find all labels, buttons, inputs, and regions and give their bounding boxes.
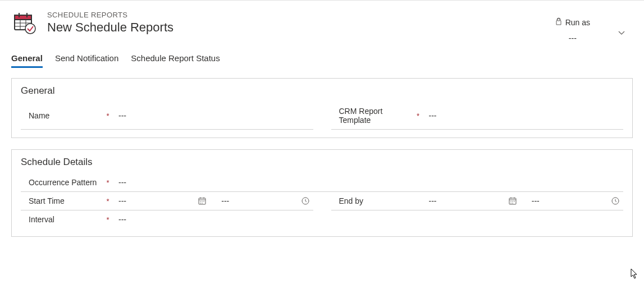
end-time-value[interactable]: --- bbox=[520, 196, 608, 205]
field-occurrence-value[interactable]: --- bbox=[111, 178, 623, 187]
section-general: General Name * --- CRM Report Template *… bbox=[11, 78, 633, 138]
run-as-label-text: Run as bbox=[565, 18, 590, 27]
start-time-value[interactable]: --- bbox=[210, 196, 297, 205]
clock-icon[interactable] bbox=[298, 196, 313, 205]
field-crm-template: CRM Report Template * --- bbox=[331, 102, 624, 130]
clock-icon[interactable] bbox=[608, 196, 623, 205]
tab-schedule-report-status[interactable]: Schedule Report Status bbox=[131, 53, 220, 68]
svg-point-27 bbox=[512, 203, 513, 203]
end-date-value[interactable]: --- bbox=[429, 196, 505, 205]
page-title: New Schedule Reports bbox=[47, 20, 631, 35]
svg-point-24 bbox=[512, 201, 513, 201]
tab-send-notification[interactable]: Send Notification bbox=[55, 53, 118, 68]
field-crm-template-label: CRM Report Template bbox=[331, 107, 415, 125]
field-start-time: Start Time * --- --- bbox=[21, 192, 313, 210]
field-occurrence-pattern: Occurrence Pattern * --- bbox=[21, 173, 623, 192]
field-start-time-label: Start Time bbox=[21, 196, 105, 205]
required-mark: * bbox=[105, 216, 111, 224]
section-schedule-title: Schedule Details bbox=[21, 157, 623, 168]
field-end-by: End by --- --- bbox=[331, 192, 624, 210]
svg-point-13 bbox=[200, 201, 201, 201]
svg-point-17 bbox=[202, 203, 203, 203]
field-occurrence-label: Occurrence Pattern bbox=[21, 178, 105, 187]
schedule-reports-icon bbox=[13, 12, 38, 36]
lock-icon bbox=[555, 17, 562, 27]
breadcrumb: SCHEDULE REPORTS bbox=[47, 11, 631, 19]
content-area: General Name * --- CRM Report Template *… bbox=[0, 68, 644, 237]
required-mark: * bbox=[105, 178, 111, 187]
run-as-value[interactable]: --- bbox=[569, 34, 577, 43]
field-name: Name * --- bbox=[21, 102, 313, 130]
svg-rect-1 bbox=[15, 15, 31, 20]
cursor-icon bbox=[631, 268, 640, 280]
section-general-title: General bbox=[21, 85, 623, 97]
required-mark: * bbox=[105, 197, 111, 205]
field-name-label: Name bbox=[21, 111, 105, 120]
run-as-label-row: Run as bbox=[555, 17, 590, 27]
run-as-block: Run as --- bbox=[555, 17, 590, 43]
field-interval-value[interactable]: --- bbox=[111, 215, 623, 224]
svg-point-26 bbox=[510, 203, 511, 203]
field-interval-label: Interval bbox=[21, 215, 105, 224]
svg-point-8 bbox=[25, 24, 35, 34]
field-interval: Interval * --- bbox=[21, 210, 623, 228]
field-crm-template-value[interactable]: --- bbox=[421, 111, 624, 120]
svg-point-16 bbox=[200, 203, 201, 203]
required-mark: * bbox=[105, 112, 111, 120]
start-date-value[interactable]: --- bbox=[118, 196, 194, 205]
page-header: SCHEDULE REPORTS New Schedule Reports Ru… bbox=[0, 1, 644, 36]
svg-point-14 bbox=[202, 201, 203, 201]
tab-bar: General Send Notification Schedule Repor… bbox=[0, 40, 644, 68]
section-schedule-details: Schedule Details Occurrence Pattern * --… bbox=[11, 149, 633, 237]
calendar-icon[interactable] bbox=[505, 196, 520, 205]
svg-point-15 bbox=[204, 201, 204, 201]
field-name-value[interactable]: --- bbox=[111, 111, 313, 120]
field-end-by-label: End by bbox=[331, 196, 415, 205]
chevron-down-icon bbox=[617, 28, 626, 39]
required-mark: * bbox=[415, 112, 421, 120]
svg-point-23 bbox=[510, 201, 511, 201]
svg-point-25 bbox=[514, 201, 514, 201]
expand-chevron-button[interactable] bbox=[615, 26, 628, 40]
tab-general[interactable]: General bbox=[11, 53, 43, 68]
calendar-icon[interactable] bbox=[194, 196, 210, 205]
header-titles: SCHEDULE REPORTS New Schedule Reports bbox=[47, 11, 631, 35]
